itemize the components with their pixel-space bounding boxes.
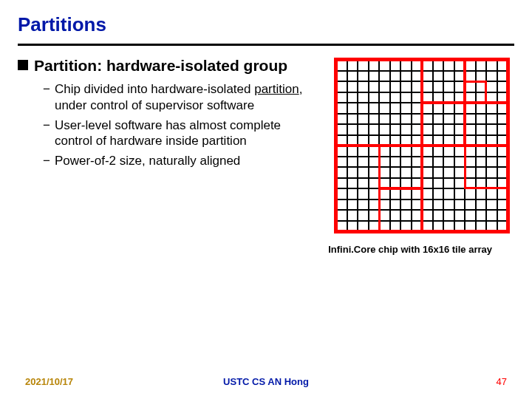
tile-cell — [379, 167, 390, 178]
tile-cell — [369, 71, 380, 82]
tile-cell — [336, 200, 347, 211]
tile-cell — [358, 157, 369, 168]
section-heading: Partition: hardware-isolated group — [18, 56, 321, 75]
tile-cell — [476, 178, 487, 189]
tile-cell — [379, 124, 390, 135]
tile-cell — [400, 60, 412, 71]
tile-cell — [422, 221, 433, 232]
tile-cell — [486, 60, 497, 71]
tile-cell — [497, 103, 508, 114]
tile-cell — [379, 114, 390, 125]
tile-cell — [412, 210, 423, 221]
tile-cell — [454, 114, 466, 125]
tile-cell — [379, 92, 390, 103]
tile-cell — [347, 210, 358, 221]
tile-cell — [379, 188, 390, 200]
slide: Partitions Partition: hardware-isolated … — [0, 0, 532, 255]
section-heading-text: Partition: hardware-isolated group — [34, 56, 287, 75]
tile-cell — [422, 210, 433, 221]
tile-cell — [465, 103, 476, 114]
tile-cell — [433, 71, 444, 82]
tile-cell — [476, 221, 487, 232]
tile-cell — [358, 71, 369, 82]
tile-cell — [336, 146, 347, 157]
tile-cell — [486, 92, 497, 103]
bullet-list: −Chip divided into hardware-isolated par… — [18, 81, 321, 168]
tile-cell — [465, 210, 476, 221]
tile-cell — [390, 210, 401, 221]
tile-cell — [358, 210, 369, 221]
tile-cell — [336, 103, 347, 114]
tile-cell — [476, 71, 487, 82]
tile-cell — [476, 103, 487, 114]
tile-cell — [476, 157, 487, 168]
tile-cell — [443, 124, 454, 135]
tile-cell — [443, 188, 454, 200]
tile-cell — [390, 157, 401, 168]
tile-cell — [390, 114, 401, 125]
tile-cell — [369, 92, 380, 103]
tile-cell — [433, 221, 444, 232]
tile-cell — [422, 157, 433, 168]
figure-caption: Infini.Core chip with 16x16 tile array — [18, 244, 514, 255]
tile-cell — [347, 135, 358, 146]
tile-cell — [465, 135, 476, 146]
tile-cell — [369, 81, 380, 92]
tile-cell — [486, 71, 497, 82]
tile-cell — [422, 135, 433, 146]
tile-cell — [369, 103, 380, 114]
tile-cell — [358, 81, 369, 92]
tile-cell — [358, 188, 369, 200]
square-bullet-icon — [18, 60, 28, 70]
tile-cell — [379, 81, 390, 92]
tile-cell — [400, 124, 412, 135]
tile-cell — [347, 114, 358, 125]
tile-cell — [486, 210, 497, 221]
tile-cell — [390, 188, 401, 200]
tile-cell — [358, 167, 369, 178]
tile-grid-cells — [336, 60, 508, 231]
tile-cell — [347, 167, 358, 178]
slide-footer: 2021/10/17 USTC CS AN Hong 47 — [0, 376, 532, 387]
tile-cell — [400, 71, 412, 82]
tile-cell — [486, 178, 497, 189]
tile-cell — [336, 60, 347, 71]
tile-cell — [400, 114, 412, 125]
tile-cell — [497, 178, 508, 189]
tile-cell — [412, 60, 423, 71]
tile-cell — [412, 188, 423, 200]
tile-cell — [369, 178, 380, 189]
tile-cell — [433, 210, 444, 221]
list-item-text: Chip divided into hardware-isolated part… — [55, 81, 321, 113]
tile-cell — [422, 167, 433, 178]
tile-cell — [336, 81, 347, 92]
tile-cell — [497, 200, 508, 211]
tile-cell — [369, 200, 380, 211]
tile-cell — [412, 135, 423, 146]
tile-cell — [486, 114, 497, 125]
tile-cell — [486, 167, 497, 178]
tile-cell — [476, 92, 487, 103]
text-column: Partition: hardware-isolated group −Chip… — [18, 56, 321, 174]
tile-cell — [412, 221, 423, 232]
tile-cell — [400, 135, 412, 146]
tile-cell — [390, 103, 401, 114]
tile-cell — [400, 200, 412, 211]
tile-cell — [369, 221, 380, 232]
tile-cell — [454, 200, 466, 211]
tile-cell — [390, 60, 401, 71]
tile-cell — [454, 221, 466, 232]
tile-cell — [422, 188, 433, 200]
tile-cell — [347, 103, 358, 114]
tile-cell — [454, 157, 466, 168]
tile-cell — [358, 135, 369, 146]
tile-cell — [358, 200, 369, 211]
tile-cell — [465, 81, 476, 92]
tile-cell — [497, 135, 508, 146]
tile-cell — [358, 124, 369, 135]
tile-cell — [476, 135, 487, 146]
tile-cell — [412, 71, 423, 82]
tile-cell — [347, 221, 358, 232]
tile-cell — [358, 146, 369, 157]
tile-cell — [433, 135, 444, 146]
